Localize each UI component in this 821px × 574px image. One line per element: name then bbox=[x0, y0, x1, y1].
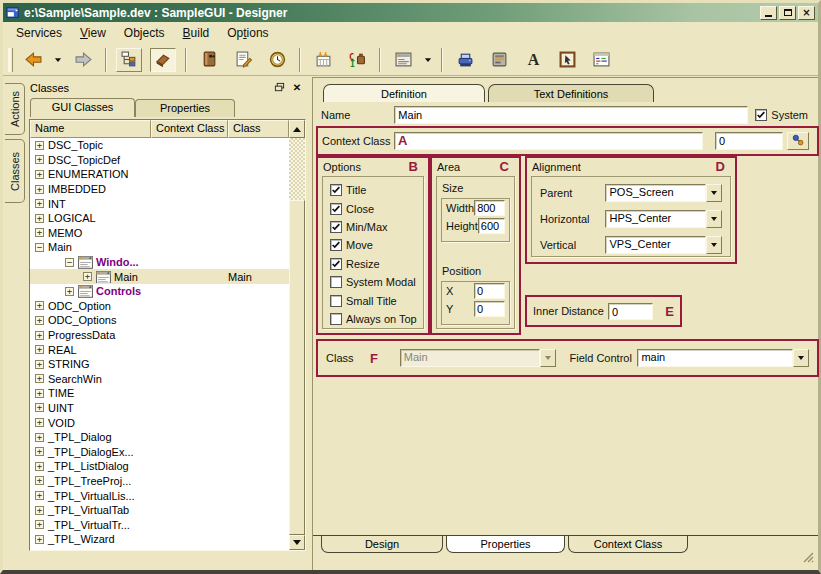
tree-row-logical[interactable]: +LOGICAL bbox=[30, 211, 289, 226]
nav-back-menu-button[interactable] bbox=[51, 48, 65, 72]
context-class-index-input[interactable]: 0 bbox=[715, 132, 783, 150]
tree-row-tpl-virtuallis[interactable]: +_TPL_VirtualLis... bbox=[30, 488, 289, 503]
checkbox-move-box[interactable] bbox=[330, 239, 342, 251]
fonts-button[interactable]: A bbox=[520, 48, 546, 72]
scroll-down-button[interactable] bbox=[289, 535, 305, 550]
name-input[interactable]: Main bbox=[394, 106, 748, 124]
tree-expander-expand[interactable]: + bbox=[35, 535, 44, 544]
tree-expander-expand[interactable]: + bbox=[35, 170, 44, 179]
history-button[interactable] bbox=[264, 48, 290, 72]
class-library-button[interactable] bbox=[196, 48, 222, 72]
tree-expander-collapse[interactable]: − bbox=[65, 258, 74, 267]
select-form-menu-button[interactable] bbox=[421, 48, 435, 72]
tree-expander-expand[interactable]: + bbox=[35, 214, 44, 223]
column-header-name[interactable]: Name bbox=[30, 120, 151, 138]
print-button[interactable] bbox=[452, 48, 478, 72]
tree-expander-collapse[interactable]: − bbox=[35, 243, 44, 252]
horizontal-combobox[interactable]: HPS_Center bbox=[605, 210, 722, 228]
tree-row-searchwin[interactable]: +SearchWin bbox=[30, 372, 289, 387]
close-button[interactable]: × bbox=[798, 6, 815, 20]
column-header-class[interactable]: Class bbox=[228, 120, 289, 138]
tree-row-tpl-virtualtr[interactable]: +_TPL_VirtualTr... bbox=[30, 517, 289, 532]
parent-combobox-button[interactable] bbox=[706, 184, 722, 202]
context-class-link-button[interactable] bbox=[787, 132, 809, 150]
tree-expander-expand[interactable]: + bbox=[35, 506, 44, 515]
scrollbar-thumb[interactable] bbox=[289, 200, 305, 535]
tree-row-controls[interactable]: +Controls bbox=[30, 284, 289, 299]
context-class-input[interactable]: A bbox=[394, 132, 703, 150]
sidebar-tab-classes[interactable]: Classes bbox=[5, 139, 25, 203]
tree-expander-expand[interactable]: + bbox=[35, 185, 44, 194]
tree-expander-expand[interactable]: + bbox=[83, 272, 92, 281]
nav-forward-button[interactable] bbox=[70, 48, 96, 72]
scroll-up-button[interactable] bbox=[289, 120, 305, 138]
tree-row-dsc-topicdef[interactable]: +DSC_TopicDef bbox=[30, 153, 289, 168]
tree-row-main[interactable]: +MainMain bbox=[30, 269, 289, 284]
tree-expander-expand[interactable]: + bbox=[35, 374, 44, 383]
checkbox-system-modal[interactable]: System Modal bbox=[323, 273, 423, 291]
checkbox-title[interactable]: Title bbox=[323, 181, 423, 199]
checkbox-move[interactable]: Move bbox=[323, 236, 423, 254]
class-combobox[interactable]: Main bbox=[400, 349, 556, 367]
checkbox-resize[interactable]: Resize bbox=[323, 255, 423, 273]
tree-expander-expand[interactable]: + bbox=[35, 360, 44, 369]
tab-text-definitions[interactable]: Text Definitions bbox=[488, 84, 654, 102]
export-device-button[interactable] bbox=[486, 48, 512, 72]
class-combobox-button[interactable] bbox=[540, 349, 556, 367]
tree-row-void[interactable]: +VOID bbox=[30, 415, 289, 430]
field-input-x[interactable]: 0 bbox=[474, 283, 505, 299]
tree-row-imbedded[interactable]: +IMBEDDED bbox=[30, 182, 289, 197]
tree-row-tpl-listdialog[interactable]: +_TPL_ListDialog bbox=[30, 459, 289, 474]
edit-source-button[interactable] bbox=[230, 48, 256, 72]
tree-row-dsc-topic[interactable]: +DSC_Topic bbox=[30, 138, 289, 153]
menu-item-services[interactable]: Services bbox=[7, 23, 71, 43]
checkbox-resize-box[interactable] bbox=[330, 258, 342, 270]
tree-expander-expand[interactable]: + bbox=[35, 389, 44, 398]
system-checkbox-box[interactable] bbox=[755, 109, 767, 121]
toolbar-grip[interactable] bbox=[8, 48, 13, 72]
tree-row-progressdata[interactable]: +ProgressData bbox=[30, 328, 289, 343]
tab-gui-classes[interactable]: GUI Classes bbox=[30, 98, 135, 117]
tree-row-tpl-dialog[interactable]: +_TPL_Dialog bbox=[30, 430, 289, 445]
compile-button[interactable]: CI bbox=[344, 48, 370, 72]
import-window-button[interactable] bbox=[310, 48, 336, 72]
tree-expander-expand[interactable]: + bbox=[35, 447, 44, 456]
field-control-combobox-button[interactable] bbox=[793, 349, 809, 367]
bottom-tab-design[interactable]: Design bbox=[321, 536, 443, 553]
tree-expander-expand[interactable]: + bbox=[35, 301, 44, 310]
inner-distance-input[interactable]: 0 bbox=[608, 303, 653, 320]
resize-grip[interactable] bbox=[801, 549, 814, 562]
system-checkbox[interactable]: System bbox=[755, 109, 808, 121]
tab-properties[interactable]: Properties bbox=[135, 99, 235, 117]
menu-item-objects[interactable]: Objects bbox=[115, 23, 174, 43]
checkbox-small-title-box[interactable] bbox=[330, 295, 342, 307]
tree-expander-expand[interactable]: + bbox=[35, 228, 44, 237]
tree-expander-expand[interactable]: + bbox=[35, 331, 44, 340]
tree-row-string[interactable]: +STRING bbox=[30, 357, 289, 372]
field-input-y[interactable]: 0 bbox=[474, 301, 505, 317]
checkbox-always-on-top-box[interactable] bbox=[330, 313, 342, 325]
vertical-combobox[interactable]: VPS_Center bbox=[605, 236, 722, 254]
checkbox-min-max-box[interactable] bbox=[330, 221, 342, 233]
tree-expander-expand[interactable]: + bbox=[35, 520, 44, 529]
tree-expander-expand[interactable]: + bbox=[35, 462, 44, 471]
tab-definition[interactable]: Definition bbox=[323, 84, 485, 102]
checkbox-title-box[interactable] bbox=[330, 184, 342, 196]
tree-expander-expand[interactable]: + bbox=[35, 141, 44, 150]
menu-item-view[interactable]: View bbox=[71, 23, 115, 43]
field-list-button[interactable] bbox=[588, 48, 614, 72]
tree-expander-expand[interactable]: + bbox=[35, 403, 44, 412]
column-header-context-class[interactable]: Context Class bbox=[151, 120, 228, 138]
tree-row-windo[interactable]: −Windo... bbox=[30, 255, 289, 270]
tree-expander-expand[interactable]: + bbox=[35, 199, 44, 208]
field-control-combobox[interactable]: main bbox=[637, 349, 809, 367]
tree-expander-expand[interactable]: + bbox=[35, 155, 44, 164]
bottom-tab-properties[interactable]: Properties bbox=[446, 536, 565, 553]
tree-row-tpl-virtualtab[interactable]: +_TPL_VirtualTab bbox=[30, 503, 289, 518]
parent-combobox[interactable]: POS_Screen bbox=[605, 184, 722, 202]
tree-row-odc-options[interactable]: +ODC_Options bbox=[30, 313, 289, 328]
tree-row-odc-option[interactable]: +ODC_Option bbox=[30, 299, 289, 314]
tree-row-time[interactable]: +TIME bbox=[30, 386, 289, 401]
horizontal-combobox-button[interactable] bbox=[706, 210, 722, 228]
tree-row-main[interactable]: −Main bbox=[30, 240, 289, 255]
